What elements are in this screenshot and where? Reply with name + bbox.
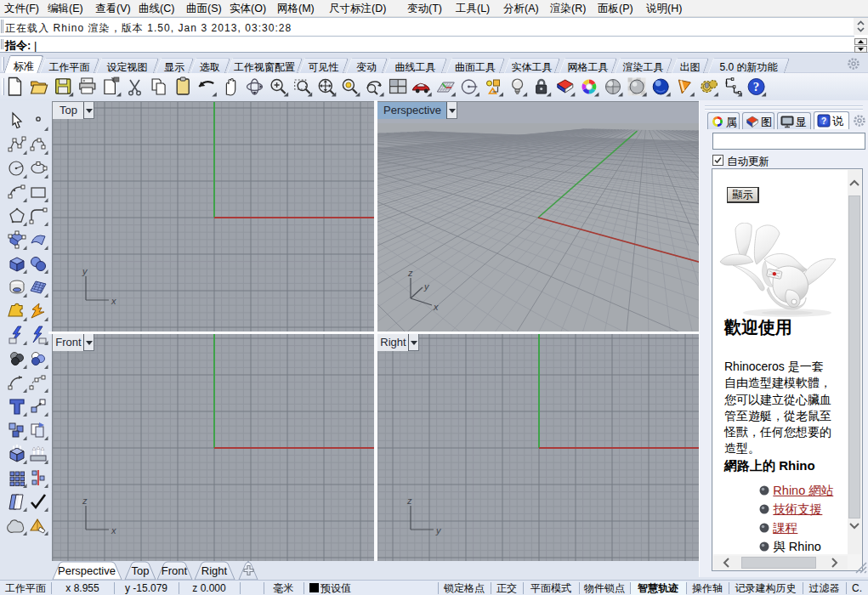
svg-text:x: x <box>433 302 439 312</box>
svg-text:Perspective: Perspective <box>58 564 116 577</box>
svg-text:z: z <box>82 496 88 506</box>
svg-text:?: ? <box>821 116 826 126</box>
svg-text:Right: Right <box>201 564 228 577</box>
svg-text:Front: Front <box>162 564 188 577</box>
svg-text:z: z <box>406 496 412 506</box>
svg-text:x: x <box>111 296 116 306</box>
svg-text:z: z <box>407 268 413 278</box>
svg-text:x: x <box>111 525 116 536</box>
svg-text:?: ? <box>753 80 760 94</box>
svg-text:Top: Top <box>132 564 150 577</box>
